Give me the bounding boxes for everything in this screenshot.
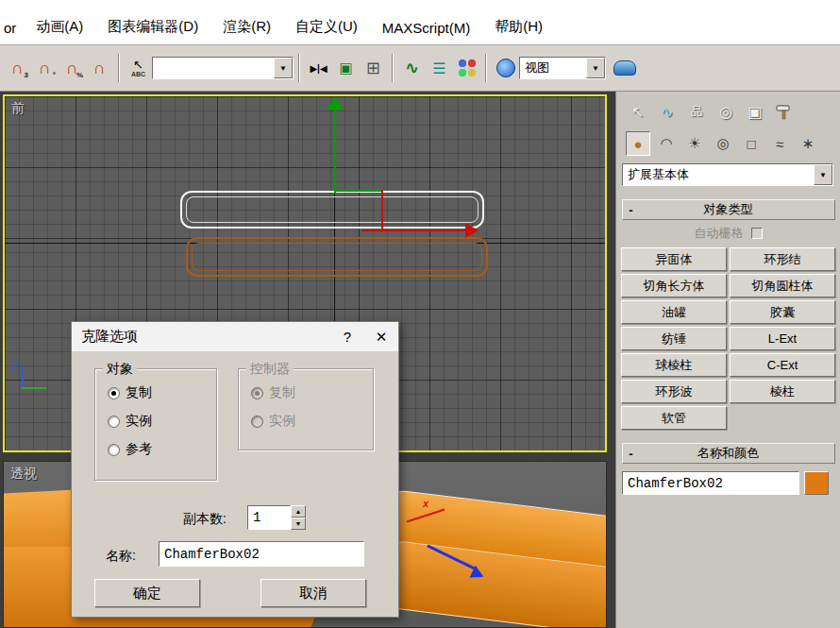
menu-item-graph-editors[interactable]: 图表编辑器(D) xyxy=(95,16,210,38)
curve-editor-icon[interactable]: ∿ xyxy=(399,56,425,81)
menu-item-rendering[interactable]: 渲染(R) xyxy=(210,16,283,38)
display-tab-icon[interactable]: ▣ xyxy=(743,99,767,124)
create-tab-icon[interactable]: ↖ xyxy=(626,99,650,124)
edit-named-selections-icon[interactable]: ↖ ABC xyxy=(126,56,151,81)
gizmo-x-label: x xyxy=(423,498,428,509)
gizmo-y-arrowhead[interactable] xyxy=(327,96,344,110)
utilities-tab-icon[interactable] xyxy=(772,99,797,124)
hose-button[interactable]: 软管 xyxy=(621,406,727,430)
helpers-subtab-icon[interactable]: □ xyxy=(739,131,764,156)
name-color-rollout-header[interactable]: - 名称和颜色 xyxy=(622,443,835,464)
autogrid-checkbox[interactable] xyxy=(751,228,763,239)
spacewarps-subtab-icon[interactable]: ≈ xyxy=(767,131,792,156)
toolbar-separator xyxy=(118,54,120,82)
torus-knot-button[interactable]: 环形结 xyxy=(730,247,835,271)
ok-button[interactable]: 确定 xyxy=(94,579,200,607)
copies-input[interactable] xyxy=(247,505,291,530)
gizmo-xy-plane-red[interactable] xyxy=(381,190,383,231)
material-editor-icon[interactable] xyxy=(454,56,479,81)
hierarchy-tab-icon[interactable]: 品 xyxy=(684,99,709,124)
chamferbox-wireframe-white[interactable] xyxy=(180,191,484,229)
help-icon[interactable]: ? xyxy=(330,322,364,351)
shapes-subtab-icon[interactable]: ◠ xyxy=(654,131,679,156)
gizmo-xy-plane-green[interactable] xyxy=(334,190,383,192)
cameras-subtab-icon[interactable]: ◎ xyxy=(711,131,735,156)
radio-reference[interactable] xyxy=(108,444,120,456)
menu-item-truncated[interactable]: or xyxy=(2,18,24,38)
views-dropdown[interactable]: 视图 ▼ xyxy=(519,57,606,79)
chamfercyl-button[interactable]: 切角圆柱体 xyxy=(730,274,835,297)
angle-snap-icon[interactable]: ∩ ° xyxy=(32,56,58,81)
gizmo-x-arrowhead[interactable] xyxy=(465,223,479,238)
object-color-swatch[interactable] xyxy=(804,471,829,495)
ringwave-button[interactable]: 环形波 xyxy=(621,380,727,403)
name-color-row xyxy=(622,471,834,495)
layer-manager-icon[interactable]: ⊞ xyxy=(361,56,386,81)
menu-item-animation[interactable]: 动画(A) xyxy=(24,16,95,38)
systems-subtab-icon[interactable]: ∗ xyxy=(796,131,820,156)
world-icon[interactable] xyxy=(493,56,518,81)
category-dropdown[interactable]: 扩展基本体 ▼ xyxy=(622,163,833,186)
capsule-button[interactable]: 胶囊 xyxy=(730,300,835,324)
radio-controller-instance-label: 实例 xyxy=(269,413,295,430)
object-type-rollout-title: 对象类型 xyxy=(640,201,834,218)
object-group-label: 对象 xyxy=(103,361,137,377)
gengon-button[interactable]: 球棱柱 xyxy=(621,353,727,377)
named-selection-combo[interactable]: ▼ xyxy=(152,57,294,79)
chamferbox-button[interactable]: 切角长方体 xyxy=(621,274,727,297)
max-application-window: or 动画(A) 图表编辑器(D) 渲染(R) 自定义(U) MAXScript… xyxy=(0,0,840,628)
menu-item-maxscript[interactable]: MAXScript(M) xyxy=(370,18,482,38)
perspective-viewport-label[interactable]: 透视 xyxy=(10,466,37,483)
front-viewport-label[interactable]: 前 xyxy=(11,100,25,117)
l-ext-button[interactable]: L-Ext xyxy=(730,327,835,350)
radio-instance[interactable] xyxy=(108,416,120,428)
schematic-view-icon[interactable]: ☰ xyxy=(427,56,452,81)
motion-tab-icon[interactable]: ◎ xyxy=(714,99,738,124)
menu-item-customize[interactable]: 自定义(U) xyxy=(283,16,370,38)
copies-spinner: ▲ ▼ xyxy=(247,505,306,530)
views-dropdown-value: 视图 xyxy=(520,58,586,78)
tripod-z-axis xyxy=(22,366,24,389)
c-ext-button[interactable]: C-Ext xyxy=(730,353,835,377)
gizmo-x-axis[interactable] xyxy=(361,229,465,231)
modify-tab-icon[interactable]: ∿ xyxy=(655,99,680,124)
object-name-input[interactable] xyxy=(622,471,799,495)
spinner-up-icon[interactable]: ▲ xyxy=(291,505,306,518)
toolbar-separator xyxy=(298,54,300,82)
geometry-subtab-icon[interactable]: ● xyxy=(626,131,650,156)
menu-item-help[interactable]: 帮助(H) xyxy=(482,16,555,38)
chamferbox-wireframe-orange[interactable] xyxy=(186,237,488,277)
snap-toggle-icon[interactable]: ∩ 3 xyxy=(5,56,30,81)
cancel-button[interactable]: 取消 xyxy=(260,579,366,607)
autogrid-label: 自动栅格 xyxy=(695,225,744,242)
chevron-down-icon[interactable]: ▼ xyxy=(814,164,832,185)
name-input[interactable] xyxy=(159,541,364,567)
radio-copy[interactable] xyxy=(108,387,120,399)
gizmo-y-axis[interactable] xyxy=(334,109,336,194)
hedra-button[interactable]: 异面体 xyxy=(621,247,727,271)
spindle-button[interactable]: 纺锤 xyxy=(621,327,727,350)
dialog-title-bar[interactable]: 克隆选项 ? ✕ xyxy=(72,322,398,352)
mirror-icon[interactable]: ▶|◀ xyxy=(306,56,331,81)
prism-button[interactable]: 棱柱 xyxy=(730,380,835,403)
render-setup-icon[interactable] xyxy=(612,56,637,81)
percent-snap-icon[interactable]: ∩ % xyxy=(59,56,85,81)
object-type-rollout-header[interactable]: - 对象类型 xyxy=(622,199,835,220)
toolbar-separator xyxy=(485,54,487,82)
copies-label: 副本数: xyxy=(183,511,227,528)
spinner-down-icon[interactable]: ▼ xyxy=(291,518,306,530)
align-icon[interactable]: ▣ xyxy=(333,56,359,81)
close-icon[interactable]: ✕ xyxy=(364,322,398,351)
chevron-down-icon[interactable]: ▼ xyxy=(274,58,293,78)
tripod-z-label: Z xyxy=(12,361,19,372)
oiltank-button[interactable]: 油罐 xyxy=(621,300,727,324)
dialog-title: 克隆选项 xyxy=(72,328,330,346)
collapse-icon: - xyxy=(623,447,640,461)
command-panel-tabs: ↖ ∿ 品 ◎ ▣ xyxy=(616,92,840,126)
lights-subtab-icon[interactable]: ☀ xyxy=(682,131,707,156)
radio-controller-instance xyxy=(251,416,263,428)
chevron-down-icon[interactable]: ▼ xyxy=(586,58,605,78)
tripod-x-axis xyxy=(22,387,46,389)
spinner-snap-icon[interactable]: ∩ xyxy=(87,56,112,81)
toolbar-separator xyxy=(392,54,394,82)
